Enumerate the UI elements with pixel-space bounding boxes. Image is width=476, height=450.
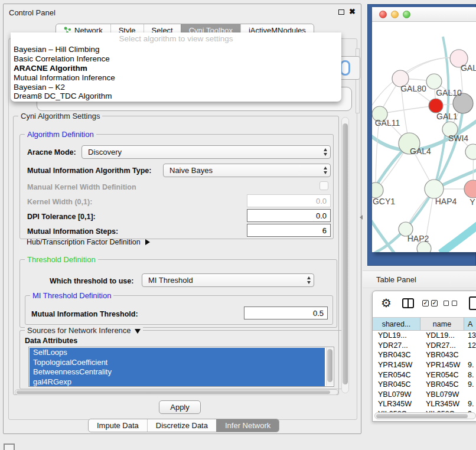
function-builder-icon[interactable] <box>469 296 476 310</box>
combo-arrows-icon <box>324 148 327 156</box>
table-panel-titlebar: Table Panel <box>363 270 476 288</box>
network-window-titlebar[interactable] <box>372 7 476 22</box>
mi-threshold-group-title: MI Threshold Definition <box>30 291 113 300</box>
list-vertical-scrollbar[interactable] <box>326 348 333 386</box>
table-options-gear-icon[interactable]: ⚙ <box>381 296 392 310</box>
threshold-definition-group: Threshold Definition Which threshold to … <box>19 259 337 328</box>
node-hap4[interactable] <box>425 180 444 198</box>
float-window-icon[interactable] <box>338 9 344 15</box>
column-header-shared-name[interactable]: shared... <box>373 317 420 331</box>
node-label: GAL80 <box>400 84 426 93</box>
data-attributes-list: SelfLoops TopologicalCoefficient Between… <box>28 347 334 387</box>
minimize-window-icon[interactable] <box>391 11 399 18</box>
table-horizontal-scrollbar[interactable] <box>374 412 476 419</box>
table-row[interactable]: YDR27...YDR27...12 <box>373 341 476 351</box>
minimized-panel-icon[interactable] <box>4 444 15 450</box>
mi-algorithm-type-select[interactable]: Naive Bayes <box>163 164 331 177</box>
unchecked-checkbox-icon[interactable] <box>452 301 457 306</box>
table-row[interactable]: YBL079WYBL079W <box>373 390 476 400</box>
network-view-window: GAL GAL80 GAL10 GAL1 GAL11 SWI4 GAL4 GCY… <box>372 7 476 252</box>
table-row[interactable]: YPR145WYPR145W9. <box>373 360 476 370</box>
dpi-tolerance-field[interactable]: 0.0 <box>247 209 331 222</box>
dpi-tolerance-label: DPI Tolerance [0,1]: <box>27 213 96 221</box>
mi-threshold-group: MI Threshold Definition Mutual Informati… <box>25 295 333 325</box>
node-right-partial[interactable] <box>465 144 476 159</box>
mi-steps-label: Mutual Information Steps: <box>27 227 118 236</box>
node-label: GAL <box>461 63 476 73</box>
kernel-width-label: Kernel Width (0,1): <box>27 198 92 206</box>
settings-horizontal-scrollbar[interactable] <box>15 389 338 395</box>
dropdown-placeholder: Select algorithm to view settings <box>11 34 341 43</box>
hub-definition-expander[interactable]: Hub/Transcription Factor Definition <box>27 238 150 246</box>
combo-arrows-icon <box>324 167 327 174</box>
dropdown-item-bayesian-k2[interactable]: Bayesian – K2 <box>14 83 338 92</box>
checked-checkbox-icon[interactable]: ✓ <box>431 300 438 306</box>
network-view-frame: GAL GAL80 GAL10 GAL1 GAL11 SWI4 GAL4 GCY… <box>367 4 476 266</box>
combo-arrows-icon <box>307 276 311 284</box>
aracne-mode-select[interactable]: Discovery <box>81 145 331 159</box>
tab-impute-data[interactable]: Impute Data <box>89 419 147 432</box>
apply-button[interactable]: Apply <box>159 400 201 414</box>
tab-infer-network[interactable]: Infer Network <box>216 419 279 432</box>
table-row[interactable]: YLR345WYLR345W9. <box>373 399 476 409</box>
panel-title: Control Panel <box>9 8 56 17</box>
list-item[interactable]: SelfLoops <box>30 348 325 358</box>
list-item[interactable]: TopologicalCoefficient <box>30 358 325 368</box>
column-header-name[interactable]: name <box>420 317 464 331</box>
node-label: GAL11 <box>375 118 400 128</box>
algorithm-dropdown-menu: Select algorithm to view settings Bayesi… <box>11 32 341 102</box>
table-panel: ⚙ ✓ ✓ shared... name A YDL19...YDL19...1… <box>372 291 476 422</box>
unchecked-checkbox-icon[interactable] <box>444 301 449 306</box>
data-attributes-label: Data Attributes <box>25 337 77 345</box>
node-gcy1[interactable] <box>372 182 383 198</box>
dropdown-item-bayesian-hill-climbing[interactable]: Bayesian – Hill Climbing <box>14 45 338 54</box>
node-gal1-red[interactable] <box>429 99 443 113</box>
mi-type-label: Mutual Information Algorithm Type: <box>27 167 151 175</box>
table-row[interactable]: YDL19...YDL19...13 <box>373 331 476 341</box>
algorithm-definition-group: Algorithm Definition Aracne Mode: Discov… <box>19 134 334 239</box>
node-label: GAL1 <box>436 112 458 121</box>
list-item[interactable]: gal4RGexp <box>30 377 325 387</box>
node-label: GAL4 <box>410 146 431 156</box>
table-row[interactable]: YER054CYER054C8. <box>373 370 476 380</box>
settings-vertical-scrollbar[interactable] <box>341 117 349 393</box>
list-item[interactable]: BetweennessCentrality <box>30 367 325 377</box>
dropdown-item-basic-correlation[interactable]: Basic Correlation Inference <box>14 54 338 64</box>
node-label: GAL10 <box>436 88 462 97</box>
close-window-icon[interactable] <box>379 11 387 18</box>
which-threshold-select[interactable]: MI Threshold <box>142 273 314 287</box>
mi-threshold-field[interactable]: 0.5 <box>244 306 328 319</box>
kernel-width-field[interactable]: 0.0 <box>247 194 331 207</box>
zoom-window-icon[interactable] <box>403 11 410 18</box>
column-header-clipped[interactable]: A <box>464 317 476 331</box>
sources-group: Sources for Network Inference Data Attri… <box>19 330 344 389</box>
manual-kernel-checkbox[interactable] <box>319 181 328 190</box>
table-row[interactable]: YBR043CYBR043C <box>373 350 476 360</box>
node-label: HAP2 <box>407 234 429 243</box>
dropdown-item-mutual-information[interactable]: Mutual Information Inference <box>14 73 338 83</box>
table-panel-title: Table Panel <box>376 275 416 284</box>
node-label: Y <box>470 197 475 207</box>
dropdown-item-aracne[interactable]: ARACNE Algorithm <box>14 64 338 73</box>
close-icon[interactable]: ✖ <box>349 7 356 16</box>
mi-threshold-label: Mutual Information Threshold: <box>31 310 138 318</box>
cyni-algorithm-settings-group: Cyni Algorithm Settings Algorithm Defini… <box>13 116 339 395</box>
tab-discretize-data[interactable]: Discretize Data <box>147 419 216 432</box>
dropdown-item-dream8[interactable]: Dream8 DC_TDC Algorithm <box>14 92 338 101</box>
algorithm-definition-title: Algorithm Definition <box>25 130 96 139</box>
mi-steps-field[interactable]: 6 <box>247 224 331 237</box>
sources-group-title[interactable]: Sources for Network Inference <box>25 326 143 335</box>
table-header-row: shared... name A <box>373 317 476 331</box>
cyni-bottom-tabs: Impute Data Discretize Data Infer Networ… <box>88 419 279 432</box>
checked-checkbox-icon[interactable]: ✓ <box>422 300 429 306</box>
node-label: GCY1 <box>373 197 395 206</box>
column-layout-icon[interactable] <box>402 298 414 308</box>
settings-group-title: Cyni Algorithm Settings <box>18 112 102 120</box>
aracne-mode-label: Aracne Mode: <box>27 148 76 156</box>
splitter-collapse-arrow[interactable] <box>360 215 363 220</box>
table-row[interactable]: YBR045CYBR045C9. <box>373 380 476 390</box>
network-canvas[interactable]: GAL GAL80 GAL10 GAL1 GAL11 SWI4 GAL4 GCY… <box>372 22 476 252</box>
node-gal10[interactable] <box>426 74 442 89</box>
node-salmon[interactable] <box>464 180 476 198</box>
combo-focus-ring-fragment <box>340 60 350 76</box>
